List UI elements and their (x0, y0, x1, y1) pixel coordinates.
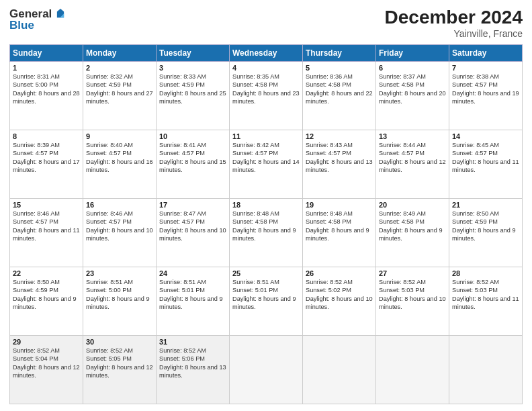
logo: General Blue (9, 7, 68, 32)
day-info: Sunrise: 8:41 AM Sunset: 4:57 PM Dayligh… (159, 141, 226, 175)
day-info: Sunrise: 8:51 AM Sunset: 5:01 PM Dayligh… (159, 278, 226, 312)
day-info: Sunrise: 8:37 AM Sunset: 4:58 PM Dayligh… (379, 73, 446, 106)
calendar-cell: 29Sunrise: 8:52 AM Sunset: 5:04 PM Dayli… (10, 336, 83, 404)
day-info: Sunrise: 8:35 AM Sunset: 4:58 PM Dayligh… (232, 73, 300, 106)
title-block: December 2024 Yainville, France (385, 7, 523, 39)
calendar-cell: 30Sunrise: 8:52 AM Sunset: 5:05 PM Dayli… (83, 336, 157, 404)
calendar-week-row: 8Sunrise: 8:39 AM Sunset: 4:57 PM Daylig… (10, 130, 523, 199)
day-info: Sunrise: 8:33 AM Sunset: 4:59 PM Dayligh… (159, 73, 226, 106)
page-header: General Blue December 2024 Yainville, Fr… (9, 7, 523, 39)
calendar-cell: 24Sunrise: 8:51 AM Sunset: 5:01 PM Dayli… (157, 267, 230, 336)
day-info: Sunrise: 8:45 AM Sunset: 4:57 PM Dayligh… (452, 141, 519, 175)
calendar-cell: 31Sunrise: 8:52 AM Sunset: 5:06 PM Dayli… (157, 336, 230, 404)
day-number: 3 (159, 64, 226, 72)
day-info: Sunrise: 8:52 AM Sunset: 5:03 PM Dayligh… (379, 278, 446, 312)
day-number: 4 (232, 64, 300, 72)
day-info: Sunrise: 8:46 AM Sunset: 4:57 PM Dayligh… (13, 210, 80, 243)
day-number: 17 (159, 201, 226, 209)
calendar-cell: 6Sunrise: 8:37 AM Sunset: 4:58 PM Daylig… (376, 62, 449, 130)
day-header-tuesday: Tuesday (157, 45, 230, 62)
day-number: 29 (13, 338, 80, 346)
calendar-cell: 2Sunrise: 8:32 AM Sunset: 4:59 PM Daylig… (83, 62, 157, 130)
day-info: Sunrise: 8:51 AM Sunset: 5:00 PM Dayligh… (86, 278, 153, 312)
day-number: 1 (13, 64, 80, 72)
day-info: Sunrise: 8:47 AM Sunset: 4:57 PM Dayligh… (159, 210, 226, 243)
day-number: 25 (232, 269, 300, 277)
calendar-cell: 13Sunrise: 8:44 AM Sunset: 4:57 PM Dayli… (376, 130, 449, 199)
day-number: 22 (13, 269, 80, 277)
calendar-cell (376, 336, 449, 404)
day-number: 12 (306, 132, 373, 140)
day-info: Sunrise: 8:42 AM Sunset: 4:57 PM Dayligh… (232, 141, 300, 175)
day-number: 2 (86, 64, 153, 72)
day-number: 14 (452, 132, 519, 140)
calendar-cell: 17Sunrise: 8:47 AM Sunset: 4:57 PM Dayli… (157, 199, 230, 267)
calendar-cell: 26Sunrise: 8:52 AM Sunset: 5:02 PM Dayli… (303, 267, 376, 336)
day-info: Sunrise: 8:36 AM Sunset: 4:58 PM Dayligh… (306, 73, 373, 106)
day-number: 16 (86, 201, 153, 209)
calendar-cell: 5Sunrise: 8:36 AM Sunset: 4:58 PM Daylig… (303, 62, 376, 130)
day-header-monday: Monday (83, 45, 157, 62)
day-info: Sunrise: 8:40 AM Sunset: 4:57 PM Dayligh… (86, 141, 153, 175)
calendar-cell: 28Sunrise: 8:52 AM Sunset: 5:03 PM Dayli… (449, 267, 523, 336)
day-header-saturday: Saturday (449, 45, 523, 62)
calendar-week-row: 22Sunrise: 8:50 AM Sunset: 4:59 PM Dayli… (10, 267, 523, 336)
day-number: 15 (13, 201, 80, 209)
day-info: Sunrise: 8:52 AM Sunset: 5:06 PM Dayligh… (159, 347, 226, 380)
calendar-cell: 14Sunrise: 8:45 AM Sunset: 4:57 PM Dayli… (449, 130, 523, 199)
day-info: Sunrise: 8:48 AM Sunset: 4:58 PM Dayligh… (232, 210, 300, 243)
logo-blue: Blue (9, 19, 34, 32)
day-info: Sunrise: 8:43 AM Sunset: 4:57 PM Dayligh… (306, 141, 373, 175)
day-header-friday: Friday (376, 45, 449, 62)
calendar-cell: 19Sunrise: 8:48 AM Sunset: 4:58 PM Dayli… (303, 199, 376, 267)
day-number: 5 (306, 64, 373, 72)
day-number: 20 (379, 201, 446, 209)
calendar-cell: 20Sunrise: 8:49 AM Sunset: 4:58 PM Dayli… (376, 199, 449, 267)
day-number: 24 (159, 269, 226, 277)
day-info: Sunrise: 8:49 AM Sunset: 4:58 PM Dayligh… (379, 210, 446, 243)
calendar-cell: 21Sunrise: 8:50 AM Sunset: 4:59 PM Dayli… (449, 199, 523, 267)
day-info: Sunrise: 8:39 AM Sunset: 4:57 PM Dayligh… (13, 141, 80, 175)
day-header-thursday: Thursday (303, 45, 376, 62)
calendar-cell: 10Sunrise: 8:41 AM Sunset: 4:57 PM Dayli… (157, 130, 230, 199)
day-info: Sunrise: 8:52 AM Sunset: 5:04 PM Dayligh… (13, 347, 80, 380)
location: Yainville, France (385, 28, 523, 39)
day-number: 23 (86, 269, 153, 277)
calendar-cell: 22Sunrise: 8:50 AM Sunset: 4:59 PM Dayli… (10, 267, 83, 336)
day-number: 10 (159, 132, 226, 140)
calendar-cell: 18Sunrise: 8:48 AM Sunset: 4:58 PM Dayli… (230, 199, 303, 267)
calendar-cell: 25Sunrise: 8:51 AM Sunset: 5:01 PM Dayli… (230, 267, 303, 336)
day-info: Sunrise: 8:52 AM Sunset: 5:02 PM Dayligh… (306, 278, 373, 312)
day-number: 6 (379, 64, 446, 72)
day-info: Sunrise: 8:51 AM Sunset: 5:01 PM Dayligh… (232, 278, 300, 312)
day-number: 8 (13, 132, 80, 140)
day-info: Sunrise: 8:46 AM Sunset: 4:57 PM Dayligh… (86, 210, 153, 243)
calendar-week-row: 29Sunrise: 8:52 AM Sunset: 5:04 PM Dayli… (10, 336, 523, 404)
day-info: Sunrise: 8:52 AM Sunset: 5:03 PM Dayligh… (452, 278, 519, 312)
day-number: 31 (159, 338, 226, 346)
calendar-cell: 4Sunrise: 8:35 AM Sunset: 4:58 PM Daylig… (230, 62, 303, 130)
day-number: 9 (86, 132, 153, 140)
day-number: 7 (452, 64, 519, 72)
calendar-cell: 9Sunrise: 8:40 AM Sunset: 4:57 PM Daylig… (83, 130, 157, 199)
day-number: 30 (86, 338, 153, 346)
calendar-cell: 8Sunrise: 8:39 AM Sunset: 4:57 PM Daylig… (10, 130, 83, 199)
calendar-cell: 16Sunrise: 8:46 AM Sunset: 4:57 PM Dayli… (83, 199, 157, 267)
day-info: Sunrise: 8:44 AM Sunset: 4:57 PM Dayligh… (379, 141, 446, 175)
day-info: Sunrise: 8:48 AM Sunset: 4:58 PM Dayligh… (306, 210, 373, 243)
calendar-cell: 27Sunrise: 8:52 AM Sunset: 5:03 PM Dayli… (376, 267, 449, 336)
day-number: 21 (452, 201, 519, 209)
day-info: Sunrise: 8:50 AM Sunset: 4:59 PM Dayligh… (452, 210, 519, 243)
calendar-cell: 1Sunrise: 8:31 AM Sunset: 5:00 PM Daylig… (10, 62, 83, 130)
calendar-cell: 7Sunrise: 8:38 AM Sunset: 4:57 PM Daylig… (449, 62, 523, 130)
day-info: Sunrise: 8:32 AM Sunset: 4:59 PM Dayligh… (86, 73, 153, 106)
calendar-cell: 23Sunrise: 8:51 AM Sunset: 5:00 PM Dayli… (83, 267, 157, 336)
day-number: 13 (379, 132, 446, 140)
calendar-cell (449, 336, 523, 404)
day-number: 18 (232, 201, 300, 209)
day-info: Sunrise: 8:31 AM Sunset: 5:00 PM Dayligh… (13, 73, 80, 106)
calendar-cell: 12Sunrise: 8:43 AM Sunset: 4:57 PM Dayli… (303, 130, 376, 199)
calendar-header-row: SundayMondayTuesdayWednesdayThursdayFrid… (10, 45, 523, 62)
calendar-week-row: 15Sunrise: 8:46 AM Sunset: 4:57 PM Dayli… (10, 199, 523, 267)
day-number: 27 (379, 269, 446, 277)
